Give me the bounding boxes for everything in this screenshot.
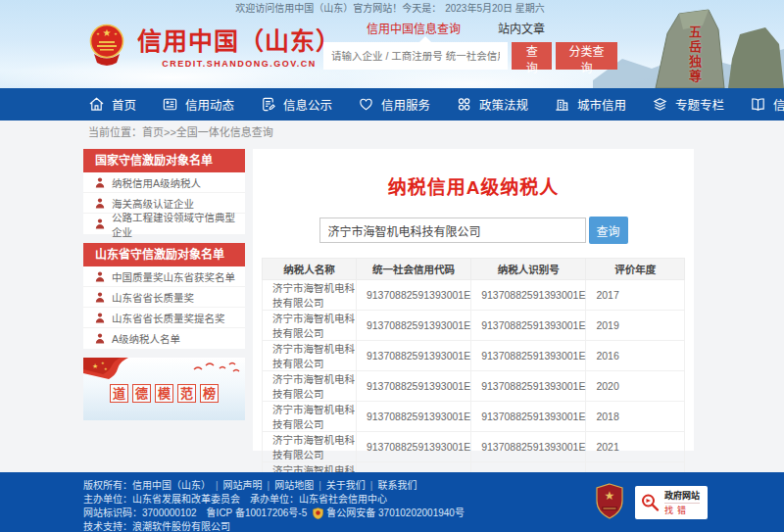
grid-icon: [456, 96, 472, 113]
col-credit-code: 统一社会信用代码: [356, 259, 470, 280]
public-security-badge-icon: [313, 508, 323, 519]
footer-link-contact[interactable]: 联系我们: [366, 480, 417, 492]
nav-label: 信用服务: [381, 95, 430, 114]
table-row: 济宁市海智机电科技有限公司 91370882591393001E 9137088…: [263, 402, 685, 432]
table-row: 济宁市海智机电科技有限公司 91370882591393001E 9137088…: [263, 280, 685, 311]
birds-icon: [190, 360, 241, 377]
nav-label: 首页: [112, 95, 136, 114]
gov-site-error-badge[interactable]: 政府网站 找错: [635, 486, 708, 519]
nav-item-policies[interactable]: 政策法规: [456, 95, 528, 114]
sidebar-item-governor-quality-nomination[interactable]: 山东省省长质量奖提名奖: [83, 308, 245, 328]
nav-item-info-disclosure[interactable]: 信息公示: [260, 95, 332, 114]
home-icon: [88, 96, 105, 113]
nav-item-home[interactable]: 首页: [88, 95, 136, 114]
nav-item-credit-research[interactable]: 信用研究: [750, 95, 784, 114]
sidebar: 国家守信激励对象名单 纳税信用A级纳税人 海关高级认证企业 公路工程建设领域守信…: [83, 149, 245, 472]
sidebar-item-china-quality-award[interactable]: 中国质量奖山东省获奖名单: [83, 266, 245, 287]
svg-text:★: ★: [96, 31, 100, 36]
footer-link-statement[interactable]: 网站声明: [211, 480, 263, 492]
cell-name: 济宁市海智机电科技有限公司: [263, 311, 357, 341]
breadcrumb: 当前位置：首页>>全国一体化信息查询: [0, 121, 784, 144]
company-search-input[interactable]: [319, 218, 586, 243]
nav-item-special-topics[interactable]: 专题专栏: [652, 95, 724, 114]
svg-text:★: ★: [605, 489, 615, 503]
breadcrumb-label: 当前位置：: [88, 126, 142, 138]
col-eval-year: 评价年度: [586, 259, 685, 280]
nav-label: 专题专栏: [675, 95, 724, 114]
footer-link-about[interactable]: 关于我们: [314, 480, 366, 492]
table-row: 济宁市海智机电科技有限公司 91370882591393001E 9137088…: [263, 432, 685, 462]
news-icon: [162, 96, 178, 113]
layers-icon: [652, 96, 668, 113]
nav-label: 信息公示: [283, 95, 332, 114]
moral-model-banner[interactable]: ★ ★ ★ 道 德 模 范 榜: [83, 358, 245, 420]
cell-code: 91370882591393001E: [356, 402, 470, 432]
sidebar-item-a-level-taxpayer[interactable]: 纳税信用A级纳税人: [83, 172, 245, 193]
header-search-input[interactable]: [323, 42, 508, 70]
nav-label: 政策法规: [479, 95, 528, 114]
table-row: 济宁市海智机电科技有限公司 91370882591393001E 9137088…: [263, 371, 685, 402]
heart-icon: [358, 96, 374, 113]
header-search: 信用中国信息查询 站内文章 查询 分类查询: [323, 18, 617, 70]
cell-year: 2020: [586, 371, 685, 402]
cell-code: 91370882591393001E: [356, 280, 470, 311]
header-query-button[interactable]: 查询: [512, 42, 552, 70]
table-header-row: 纳税人名称 统一社会信用代码 纳税人识别号 评价年度: [263, 259, 685, 280]
cell-id: 91370882591393001E: [471, 432, 586, 462]
building-icon: [554, 96, 570, 113]
cell-year: 2016: [586, 341, 685, 371]
svg-text:★: ★: [114, 31, 118, 36]
gov-badge-text: 政府网站 找错: [664, 490, 700, 516]
cell-year: 2021: [586, 432, 685, 462]
sidebar-item-governor-quality-award[interactable]: 山东省省长质量奖: [83, 287, 245, 308]
category-query-button[interactable]: 分类查询: [556, 42, 617, 70]
company-query-button[interactable]: 查询: [589, 217, 628, 244]
main-nav: 首页 信用动态 信息公示 信用服务 政策法规: [0, 88, 784, 121]
nav-item-credit-service[interactable]: 信用服务: [358, 95, 430, 114]
site-logo[interactable]: ★ ★ ★ 信用中国（山东） CREDIT.SHANDONG.GOV.CN: [86, 22, 341, 69]
sidebar-section-title: 山东省守信激励对象名单: [83, 243, 245, 266]
sidebar-section-national: 国家守信激励对象名单 纳税信用A级纳税人 海关高级认证企业 公路工程建设领域守信…: [83, 149, 245, 234]
person-icon: [95, 313, 105, 323]
sidebar-section-shandong: 山东省守信激励对象名单 中国质量奖山东省获奖名单 山东省省长质量奖 山东省省长质…: [83, 243, 245, 349]
police-shield-badge[interactable]: ★: [595, 483, 624, 519]
person-icon: [95, 177, 105, 188]
gov-badge-line2: 找错: [664, 503, 700, 516]
cell-name: 济宁市海智机电科技有限公司: [263, 432, 357, 462]
cell-code: 91370882591393001E: [356, 432, 470, 462]
cell-code: 91370882591393001E: [356, 341, 470, 371]
document-icon: [260, 96, 276, 113]
svg-text:★: ★: [103, 27, 112, 38]
nav-item-city-credit[interactable]: 城市信用: [554, 95, 626, 114]
nav-item-credit-news[interactable]: 信用动态: [162, 95, 234, 114]
person-icon: [95, 292, 105, 303]
cell-name: 济宁市海智机电科技有限公司: [263, 341, 357, 371]
banner-char: 范: [177, 384, 196, 403]
page-title: 纳税信用A级纳税人: [253, 172, 694, 199]
cell-year: 2019: [586, 311, 685, 341]
tab-site-articles[interactable]: 站内文章: [498, 20, 545, 36]
table-row: 济宁市海智机电科技有限公司 91370882591393001E 9137088…: [263, 341, 685, 371]
cell-code: 91370882591393001E: [356, 311, 470, 341]
footer-beian[interactable]: 鲁公网安备 37010202001940号: [326, 508, 465, 519]
cell-id: 91370882591393001E: [471, 280, 586, 311]
breadcrumb-home-link[interactable]: 首页: [142, 126, 164, 138]
sidebar-item-label: 中国质量奖山东省获奖名单: [112, 269, 235, 284]
tab-credit-info-query[interactable]: 信用中国信息查询: [367, 20, 461, 36]
banner-char: 榜: [200, 384, 219, 403]
site-title: 信用中国（山东）: [137, 22, 341, 57]
sidebar-item-a-level-taxpayer-list[interactable]: A级纳税人名单: [83, 328, 245, 349]
national-emblem-icon: ★ ★ ★: [86, 22, 127, 69]
search-row: 查询 分类查询: [323, 42, 617, 70]
cell-code: 91370882591393001E: [356, 371, 470, 402]
cell-name: 济宁市海智机电科技有限公司: [263, 280, 357, 311]
cell-id: 91370882591393001E: [471, 371, 586, 402]
cell-name: 济宁市海智机电科技有限公司: [263, 402, 357, 432]
person-icon: [95, 271, 105, 282]
red-flag-icon: ★ ★ ★: [83, 358, 152, 387]
content-area: 国家守信激励对象名单 纳税信用A级纳税人 海关高级认证企业 公路工程建设领域守信…: [0, 144, 784, 472]
sidebar-item-highway-engineering[interactable]: 公路工程建设领域守信典型企业: [83, 214, 245, 234]
cell-id: 91370882591393001E: [471, 341, 586, 371]
footer-link-sitemap[interactable]: 网站地图: [263, 480, 315, 492]
cell-id: 91370882591393001E: [471, 402, 586, 432]
